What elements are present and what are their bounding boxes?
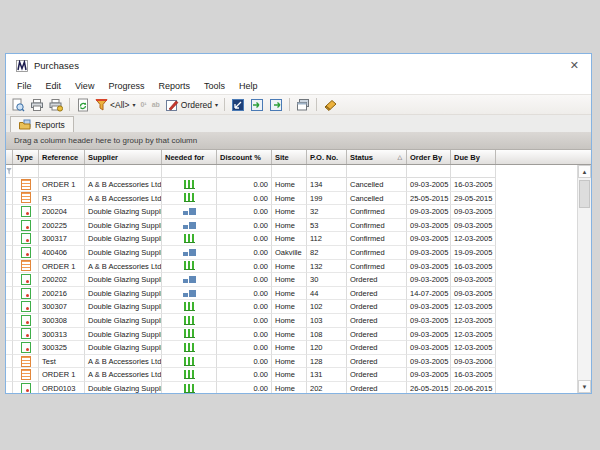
menu-tools[interactable]: Tools — [198, 79, 233, 93]
po-no-cell: 112 — [307, 232, 347, 246]
filter-button[interactable]: <All> ▾ — [93, 96, 137, 113]
order-type-icon — [21, 179, 31, 190]
row-gutter — [6, 341, 13, 355]
discount-cell: 0.00 — [217, 192, 272, 206]
filter-cell[interactable] — [85, 165, 162, 178]
scroll-up-icon[interactable]: ▲ — [578, 165, 591, 178]
po-no-cell: 131 — [307, 368, 347, 382]
row-gutter — [6, 355, 13, 369]
table-row[interactable]: ORD0103 Double Glazing Suppliers 0.00 Ho… — [6, 382, 591, 393]
table-row[interactable]: ORDER 1 A & B Accessories Ltd. 0.00 Home… — [6, 178, 591, 192]
column-header-status[interactable]: Status △ — [347, 150, 407, 164]
site-cell: Home — [272, 232, 307, 246]
order-type-icon — [21, 192, 31, 203]
filter-cell[interactable] — [162, 165, 217, 178]
reference-cell: 200216 — [39, 287, 85, 301]
supplier-cell: Double Glazing Suppliers — [85, 232, 162, 246]
due-by-cell: 09-03-2005 — [451, 273, 496, 287]
menu-file[interactable]: File — [11, 79, 40, 93]
import-button[interactable] — [248, 96, 266, 113]
discount-cell: 0.00 — [217, 355, 272, 369]
vertical-scrollbar[interactable]: ▲ ▼ — [577, 165, 591, 393]
filter-cell[interactable] — [39, 165, 85, 178]
table-row[interactable]: 400406 Double Glazing Suppliers 0.00 Oak… — [6, 246, 591, 260]
progress-button[interactable]: Ordered ▾ — [163, 96, 220, 113]
import-icon — [250, 98, 264, 112]
tab-reports[interactable]: Reports — [10, 116, 74, 132]
refresh-button[interactable] — [74, 96, 92, 113]
column-header-supplier[interactable]: Supplier — [85, 150, 162, 164]
column-header-po-no[interactable]: P.O. No. — [307, 150, 347, 164]
menu-progress[interactable]: Progress — [102, 79, 152, 93]
filter-cell[interactable] — [217, 165, 272, 178]
table-row[interactable]: 300313 Double Glazing Suppliers 0.00 Hom… — [6, 328, 591, 342]
print-button[interactable] — [28, 96, 46, 113]
print-setup-icon — [49, 98, 63, 112]
sort-ascending-icon[interactable]: △ — [397, 153, 402, 165]
table-row[interactable]: 200216 Double Glazing Suppliers 0.00 Hom… — [6, 287, 591, 301]
column-header-order-by[interactable]: Order By — [407, 150, 451, 164]
scroll-down-icon[interactable]: ▼ — [578, 380, 591, 393]
filter-cell[interactable] — [272, 165, 307, 178]
properties-button[interactable] — [294, 96, 312, 113]
eraser-button[interactable] — [321, 96, 339, 113]
chart-icon — [184, 234, 195, 243]
close-button[interactable]: ✕ — [567, 59, 582, 72]
column-header-site[interactable]: Site — [272, 150, 307, 164]
purchase-order-type-icon — [21, 328, 31, 339]
column-header-reference[interactable]: Reference — [39, 150, 85, 164]
filter-funnel-icon — [95, 98, 108, 111]
progress-caret-icon[interactable]: ▾ — [215, 101, 218, 108]
table-row[interactable]: Test A & B Accessories Ltd. 0.00 Home 12… — [6, 355, 591, 369]
toolbar: <All> ▾ 0¹ ab Ordered ▾ — [6, 94, 591, 115]
filter-cell[interactable] — [347, 165, 407, 178]
table-row[interactable]: 200225 Double Glazing Suppliers 0.00 Hom… — [6, 219, 591, 233]
table-row[interactable]: ORDER 1 A & B Accessories Ltd. 0.00 Home… — [6, 368, 591, 382]
table-row[interactable]: 200204 Double Glazing Suppliers 0.00 Hom… — [6, 205, 591, 219]
export-button[interactable] — [267, 96, 285, 113]
filter-cell[interactable] — [407, 165, 451, 178]
filter-caret-icon[interactable]: ▾ — [132, 101, 135, 108]
group-by-bar[interactable]: Drag a column header here to group by th… — [6, 132, 591, 150]
menu-reports[interactable]: Reports — [152, 79, 198, 93]
scrollbar-thumb[interactable] — [579, 180, 590, 208]
reference-cell: 300307 — [39, 300, 85, 314]
table-row[interactable]: ORDER 1 A & B Accessories Ltd. 0.00 Home… — [6, 260, 591, 274]
table-row[interactable]: 300317 Double Glazing Suppliers 0.00 Hom… — [6, 232, 591, 246]
filter-row[interactable] — [6, 165, 591, 178]
print-setup-button[interactable] — [47, 96, 65, 113]
filter-cell[interactable] — [307, 165, 347, 178]
due-by-cell: 12-03-2005 — [451, 341, 496, 355]
filter-cell[interactable] — [451, 165, 496, 178]
row-gutter — [6, 205, 13, 219]
filter-cell[interactable] — [13, 165, 39, 178]
column-header-type[interactable]: Type — [13, 150, 39, 164]
table-row[interactable]: R3 A & B Accessories Ltd. 0.00 Home 199 … — [6, 192, 591, 206]
table-row[interactable]: 200202 Double Glazing Suppliers 0.00 Hom… — [6, 273, 591, 287]
order-by-cell: 09-03-2005 — [407, 232, 451, 246]
goto-record-button[interactable] — [229, 96, 247, 113]
order-by-cell: 09-03-2005 — [407, 300, 451, 314]
table-row[interactable]: 300307 Double Glazing Suppliers 0.00 Hom… — [6, 300, 591, 314]
menu-help[interactable]: Help — [233, 79, 266, 93]
menu-edit[interactable]: Edit — [40, 79, 70, 93]
site-cell: Home — [272, 178, 307, 192]
po-no-cell: 30 — [307, 273, 347, 287]
order-by-cell: 09-03-2005 — [407, 341, 451, 355]
site-cell: Home — [272, 368, 307, 382]
column-header-discount[interactable]: Discount % — [217, 150, 272, 164]
menu-view[interactable]: View — [69, 79, 102, 93]
discount-cell: 0.00 — [217, 341, 272, 355]
po-no-cell: 120 — [307, 341, 347, 355]
table-row[interactable]: 300325 Double Glazing Suppliers 0.00 Hom… — [6, 341, 591, 355]
toolbar-separator — [316, 98, 317, 111]
table-row[interactable]: 300308 Double Glazing Suppliers 0.00 Hom… — [6, 314, 591, 328]
truck-icon — [183, 275, 196, 284]
reference-cell: 200202 — [39, 273, 85, 287]
discount-cell: 0.00 — [217, 328, 272, 342]
column-header-needed-for[interactable]: Needed for — [162, 150, 217, 164]
print-preview-button[interactable] — [9, 96, 27, 113]
print-preview-icon — [11, 98, 25, 112]
order-by-cell: 25-05-2015 — [407, 192, 451, 206]
column-header-due-by[interactable]: Due By — [451, 150, 496, 164]
